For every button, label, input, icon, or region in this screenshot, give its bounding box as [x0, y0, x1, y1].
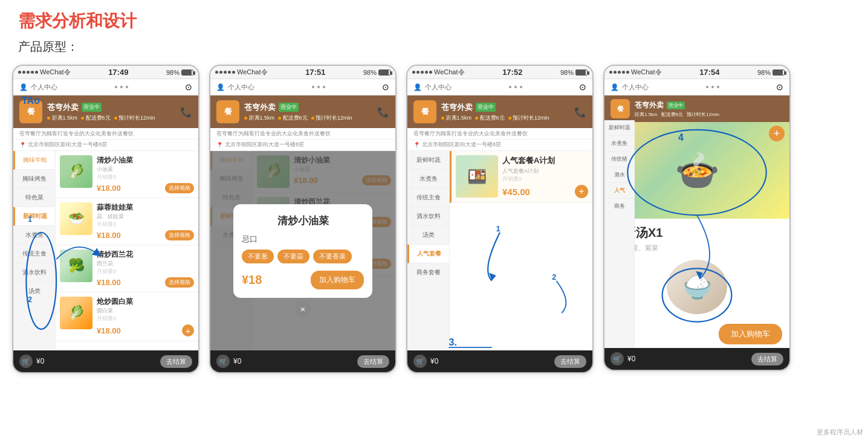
add-btn-product-4[interactable]: + [769, 126, 785, 141]
rest-name-1: 苍穹外卖 [47, 102, 79, 113]
food-img-2: 🥗 [60, 202, 92, 235]
cart-amount-4: ¥0 [627, 355, 635, 363]
rest-addr-1: 📍 北京市朝阳区新街大道一号楼8层 [13, 140, 198, 151]
camera-icon-1: ⊙ [185, 82, 192, 92]
modal-box-2: 清炒小油菜 忌口 不要葱 不要蒜 不要香菜 ¥18 加入购物车 × [233, 204, 372, 298]
rest-header-4: 餐 苍穹外卖 营业中 距离1.5km配送费6元预计时长12min [604, 95, 789, 122]
order-btn-2[interactable]: 去结算 [357, 355, 389, 368]
cart-bar-2: 🛒 ¥0 去结算 [210, 350, 395, 372]
cart-icon-4[interactable]: 🛒 [611, 352, 624, 366]
page-container: 需求分析和设计 产品原型： WeChat令 17:49 [0, 0, 868, 438]
food-price-3: ¥18.00 [97, 278, 121, 287]
modal-price-2: ¥18 [242, 273, 262, 287]
food-sub-3: 西兰花 [97, 260, 194, 268]
featured-name-3: 人气套餐A计划 [502, 155, 588, 166]
sidebar-item-0[interactable]: 腌味牛蛙 [13, 151, 55, 170]
order-btn-1[interactable]: 去结算 [160, 355, 192, 368]
menu-sidebar-1: 腌味牛蛙 腌味烤鱼 特色菜 新鲜时蔬 水煮鱼 传统主食 酒水饮料 汤类 [13, 151, 56, 350]
modal-title-2: 清炒小油菜 [242, 214, 364, 228]
menu-item-2: 🥗 蒜蓉娃娃菜 蒜、娃娃菜 月销量0 ¥18.00 选择规格 [56, 198, 198, 245]
menu-area-3: 新鲜时蔬 水煮鱼 传统主食 酒水饮料 汤类 人气套餐 商务套餐 🍱 人气套餐A计… [407, 151, 592, 350]
modal-options-2: 不要葱 不要蒜 不要香菜 [242, 250, 364, 263]
menu-list-3: 🍱 人气套餐A计划 人气套餐A计划 月销量0 ¥45.00 + [450, 151, 592, 350]
sidebar-item-4[interactable]: 水煮鱼 [13, 226, 55, 245]
sidebar-item-5[interactable]: 传统主食 [13, 245, 55, 263]
food-name-1: 清炒小油菜 [97, 155, 194, 166]
modal-close-2[interactable]: × [295, 301, 311, 317]
select-btn-1[interactable]: 选择规格 [165, 183, 194, 193]
cart-icon-2[interactable]: 🛒 [216, 355, 230, 368]
cart-bar-1: 🛒 ¥0 去结算 [13, 350, 198, 372]
network-label-3: WeChat令 [434, 68, 465, 77]
order-btn-3[interactable]: 去结算 [554, 355, 586, 368]
cart-amount-1: ¥0 [36, 357, 44, 366]
page-title: 需求分析和设计 [18, 10, 850, 33]
status-bar-2: WeChat令 17:51 98% [210, 66, 395, 79]
phone-2: WeChat令 17:51 98% 👤个人中心 [209, 65, 397, 373]
select-btn-2[interactable]: 选择规格 [165, 230, 194, 240]
food-sales-4: 月销量0 [97, 315, 194, 323]
time-2: 17:51 [305, 68, 325, 77]
phone-icon-1[interactable]: 📞 [180, 106, 192, 118]
food-sub-1: 小油菜 [97, 166, 194, 173]
network-label-4: WeChat令 [631, 68, 662, 77]
battery-label-4: 98% [757, 69, 771, 76]
cart-bar-3: 🛒 ¥0 去结算 [407, 350, 592, 372]
status-bar-1: WeChat令 17:49 98% [13, 66, 198, 79]
product-add-btn-4[interactable]: 加入购物车 [719, 324, 782, 344]
modal-label-2: 忌口 [242, 234, 364, 245]
profile-label-1: 个人中心 [31, 83, 57, 92]
food-name-3: 清炒西兰花 [97, 250, 194, 260]
sidebar-item-3[interactable]: 新鲜时蔬 [13, 207, 55, 226]
option-btn-3[interactable]: 不要香菜 [313, 250, 352, 263]
rest-badge-1: 营业中 [82, 103, 102, 112]
status-bar-3: WeChat令 17:52 98% [407, 66, 592, 79]
cart-icon-1[interactable]: 🛒 [19, 355, 33, 368]
modal-add-btn-2[interactable]: 加入购物车 [311, 271, 364, 289]
cart-bar-4: 🛒 ¥0 去结算 [604, 348, 789, 370]
network-label-2: WeChat令 [237, 68, 268, 77]
status-bar-4: WeChat令 17:54 98% [604, 66, 789, 79]
option-btn-2[interactable]: 不要蒜 [277, 250, 309, 263]
option-btn-1[interactable]: 不要葱 [242, 250, 274, 263]
menu-sidebar-3: 新鲜时蔬 水煮鱼 传统主食 酒水饮料 汤类 人气套餐 商务套餐 [407, 151, 450, 350]
nav-bar-1: 👤 个人中心 ⊙ [13, 79, 198, 95]
menu-item-3: 🥦 清炒西兰花 西兰花 月销量0 ¥18.00 选择规格 [56, 245, 198, 292]
order-btn-4[interactable]: 去结算 [751, 353, 783, 366]
sidebar-item-1[interactable]: 腌味烤鱼 [13, 170, 55, 188]
featured-add-3[interactable]: + [575, 185, 588, 198]
page-header: 需求分析和设计 产品原型： [0, 0, 868, 65]
select-btn-3[interactable]: 选择规格 [165, 277, 194, 288]
food-sales-2: 月销量0 [97, 221, 194, 228]
rest-desc-2: 苍穹餐厅为顾客打造专业的大众化美食外送餐饮 [210, 128, 395, 140]
global-annotation-tao: TAo [22, 95, 40, 106]
sidebar-item-2[interactable]: 特色菜 [13, 188, 55, 207]
battery-label-3: 98% [560, 69, 574, 76]
menu-sidebar-4: 新鲜时蔬 水煮鱼 传统猪 酒水 人气 商务 [604, 120, 635, 362]
modal-overlay-2: 清炒小油菜 忌口 不要葱 不要蒜 不要香菜 ¥18 加入购物车 × [210, 151, 395, 350]
featured-price-3: ¥45.00 [502, 187, 530, 197]
sidebar-item-7[interactable]: 汤类 [13, 282, 55, 300]
food-name-2: 蒜蓉娃娃菜 [97, 202, 194, 213]
battery-label-1: 98% [166, 69, 180, 76]
featured-item-3: 🍱 人气套餐A计划 人气套餐A计划 月销量0 ¥45.00 + [450, 151, 592, 203]
battery-label-2: 98% [363, 69, 377, 76]
time-1: 17:49 [108, 68, 128, 77]
time-4: 17:54 [699, 68, 719, 77]
cart-icon-3[interactable]: 🛒 [413, 355, 427, 368]
page-subtitle: 产品原型： [18, 39, 850, 55]
featured-sales-3: 月销量0 [502, 175, 588, 183]
sidebar-item-6[interactable]: 酒水饮料 [13, 263, 55, 282]
phone-4: WeChat令 17:54 98% 👤个人中心 [603, 65, 791, 371]
rest-desc-3: 苍穹餐厅为顾客打造专业的大众化美食外送餐饮 [407, 128, 592, 140]
food-img-3: 🥦 [60, 250, 92, 282]
food-img-1: 🥬 [60, 155, 92, 188]
menu-item-1: 🥬 清炒小油菜 小油菜 月销量0 ¥18.00 选择规格 [56, 151, 198, 198]
time-3: 17:52 [502, 68, 522, 77]
featured-desc-3: 人气套餐A计划 [502, 167, 588, 175]
menu-area-1: 腌味牛蛙 腌味烤鱼 特色菜 新鲜时蔬 水煮鱼 传统主食 酒水饮料 汤类 🥬 清炒… [13, 151, 198, 350]
network-label-1: WeChat令 [40, 68, 71, 77]
cart-amount-2: ¥0 [233, 357, 241, 366]
add-btn-4[interactable]: + [182, 324, 194, 337]
menu-area-2: 腌味牛蛙 腌味烤鱼 特色菜 新鲜时蔬 水煮鱼 🥬 清炒小油菜 小油菜 ¥1 [210, 151, 395, 350]
